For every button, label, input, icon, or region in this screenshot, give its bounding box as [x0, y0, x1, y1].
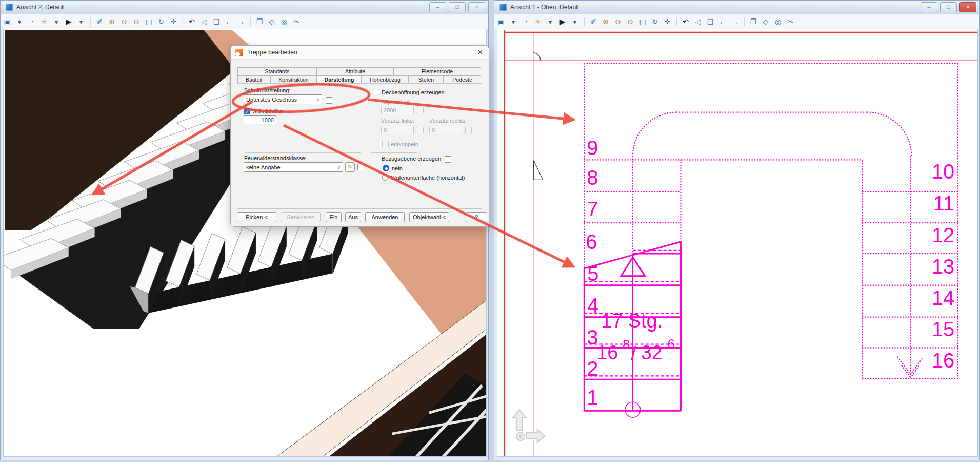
- feuerwiderstand-checkbox[interactable]: [357, 164, 364, 170]
- refresh-view-icon[interactable]: ↻: [156, 15, 166, 28]
- separator: │: [743, 15, 746, 28]
- versatz-rechts-checkbox[interactable]: [465, 127, 472, 133]
- split-window-icon[interactable]: ❐: [255, 15, 264, 28]
- caret-down-icon[interactable]: ▾: [546, 15, 555, 28]
- tab-elementcode[interactable]: Elementcode: [393, 67, 481, 75]
- marquee-icon[interactable]: ▢: [638, 15, 647, 28]
- split-window-icon[interactable]: ❐: [749, 15, 758, 28]
- ein-button[interactable]: Ein: [326, 212, 342, 222]
- arrow-left-icon[interactable]: ←: [224, 15, 233, 28]
- brush-icon[interactable]: ✐: [589, 15, 598, 28]
- undo-view-icon[interactable]: ↶: [681, 15, 690, 28]
- entkoppeln-checkbox[interactable]: [382, 141, 389, 147]
- play-icon[interactable]: ▶: [558, 15, 567, 28]
- window-copy-icon[interactable]: ❏: [212, 15, 221, 28]
- wire-cube-icon[interactable]: ◇: [761, 15, 770, 28]
- viewport-view-icon[interactable]: ▣: [496, 15, 506, 28]
- play-icon[interactable]: ▶: [64, 15, 73, 28]
- zoom-in-icon[interactable]: ⊕: [107, 15, 116, 28]
- close-button[interactable]: ×: [959, 2, 976, 12]
- schnitthoehe-input[interactable]: 1000: [244, 116, 276, 124]
- clip-scissors-icon[interactable]: ✂: [786, 15, 795, 28]
- schnittdarstellung-checkbox[interactable]: [326, 97, 332, 104]
- tab-standards[interactable]: Standards: [237, 67, 317, 75]
- maximize-button[interactable]: □: [940, 2, 957, 12]
- aus-button[interactable]: Aus: [345, 212, 361, 222]
- tab-hoehenbezug[interactable]: Höhenbezug: [362, 75, 409, 84]
- pan-icon[interactable]: ✛: [663, 15, 672, 28]
- versatz-rechts-input[interactable]: 0: [429, 126, 462, 134]
- objektwahl-button[interactable]: Objektwahl <: [409, 212, 449, 222]
- zoom-out-icon[interactable]: ⊖: [119, 15, 129, 28]
- arrow-left-icon[interactable]: ←: [718, 15, 727, 28]
- minimize-button[interactable]: –: [429, 2, 446, 12]
- render-sphere-icon[interactable]: ◔: [521, 15, 530, 28]
- dialog-titlebar[interactable]: Treppe bearbeiten ✕: [231, 46, 489, 60]
- clip-scissors-icon[interactable]: ✂: [292, 15, 301, 28]
- step-number: 7: [587, 198, 598, 220]
- refresh-view-icon[interactable]: ↻: [650, 15, 659, 28]
- tab-attribute[interactable]: Attribute: [317, 67, 393, 75]
- caret-down-icon[interactable]: ▾: [15, 15, 24, 28]
- viewport2-titlebar[interactable]: Ansicht 2, Default – □ ×: [1, 1, 488, 14]
- zoom-out-icon[interactable]: ⊖: [613, 15, 623, 28]
- dialog-close-icon[interactable]: ✕: [471, 48, 489, 56]
- plane-icon[interactable]: ◁: [693, 15, 703, 28]
- generieren-button[interactable]: Generieren: [281, 212, 321, 222]
- caret-down-icon[interactable]: ▾: [509, 15, 518, 28]
- edit-pencil-icon[interactable]: ✎: [345, 162, 355, 172]
- tab-darstellung[interactable]: Darstellung: [317, 75, 362, 84]
- wire-cube-icon[interactable]: ◇: [267, 15, 276, 28]
- separator: │: [583, 15, 586, 28]
- kopffreiheit-checkbox[interactable]: [417, 107, 424, 113]
- radio-nein[interactable]: [383, 165, 389, 171]
- marquee-icon[interactable]: ▢: [144, 15, 153, 28]
- tab-konstruktion[interactable]: Konstruktion: [270, 75, 317, 84]
- deckenoeffnung-label: Deckenöffnung erzeugen: [382, 89, 445, 95]
- zoom-in-icon[interactable]: ⊕: [601, 15, 610, 28]
- sun-light-icon[interactable]: ☀: [533, 15, 543, 28]
- arrow-right-icon[interactable]: →: [236, 15, 246, 28]
- versatz-links-input[interactable]: 0: [381, 126, 414, 134]
- stair-spec-text: 17 Stg. 16 8 / 32 6: [596, 310, 675, 365]
- maximize-button[interactable]: □: [449, 2, 466, 12]
- schnittdarstellung-select[interactable]: Unterstes Geschoss ∨: [244, 94, 322, 104]
- kopffreiheit-input[interactable]: 2000: [381, 106, 414, 114]
- feuerwiderstand-select[interactable]: keine Angabe ∨: [244, 162, 343, 172]
- step-number: 13: [932, 255, 954, 278]
- section-view-icon[interactable]: ◎: [773, 15, 783, 28]
- brush-icon[interactable]: ✐: [95, 15, 104, 28]
- viewport1-titlebar[interactable]: Ansicht 1 - Oben, Default – □ ×: [494, 1, 979, 14]
- stair-slash: /: [631, 343, 636, 364]
- allplan-stair-icon: [235, 49, 243, 56]
- close-button[interactable]: ×: [468, 2, 485, 12]
- zoom-window-icon[interactable]: ⊙: [626, 15, 635, 28]
- viewport1-plan-view[interactable]: 9 8 7 6 5 4 3 2 1 10 11 12 13 14 15 16: [497, 29, 978, 457]
- caret-down-icon[interactable]: ▾: [52, 15, 61, 28]
- radio-stufenunterflaeche[interactable]: [382, 174, 389, 181]
- anwenden-button[interactable]: Anwenden: [365, 212, 405, 222]
- sun-light-icon[interactable]: ☀: [39, 15, 49, 28]
- deckenoeffnung-checkbox[interactable]: [373, 89, 379, 95]
- zoom-window-icon[interactable]: ⊙: [132, 15, 141, 28]
- feuerwiderstand-label: Feuerwiderstandsklasse:: [244, 155, 307, 161]
- minimize-button[interactable]: –: [921, 2, 937, 12]
- caret-down-icon[interactable]: ▾: [570, 15, 579, 28]
- schnitthoehe-checkbox[interactable]: ✓: [244, 108, 250, 114]
- pan-icon[interactable]: ✛: [169, 15, 178, 28]
- tab-podeste[interactable]: Podeste: [444, 75, 481, 84]
- render-sphere-icon[interactable]: ◔: [27, 15, 36, 28]
- bezugsebene-checkbox[interactable]: [445, 156, 451, 163]
- help-button[interactable]: ?: [466, 212, 487, 222]
- section-view-icon[interactable]: ◎: [279, 15, 289, 28]
- versatz-links-checkbox[interactable]: [417, 127, 424, 133]
- tab-stufen[interactable]: Stufen: [409, 75, 444, 84]
- plane-icon[interactable]: ◁: [199, 15, 209, 28]
- picken-button[interactable]: Picken <: [237, 212, 276, 222]
- viewport-view-icon[interactable]: ▣: [3, 15, 12, 28]
- tab-bauteil[interactable]: Bauteil: [237, 75, 270, 84]
- window-copy-icon[interactable]: ❏: [706, 15, 715, 28]
- undo-view-icon[interactable]: ↶: [187, 15, 196, 28]
- arrow-right-icon[interactable]: →: [730, 15, 739, 28]
- caret-down-icon[interactable]: ▾: [76, 15, 86, 28]
